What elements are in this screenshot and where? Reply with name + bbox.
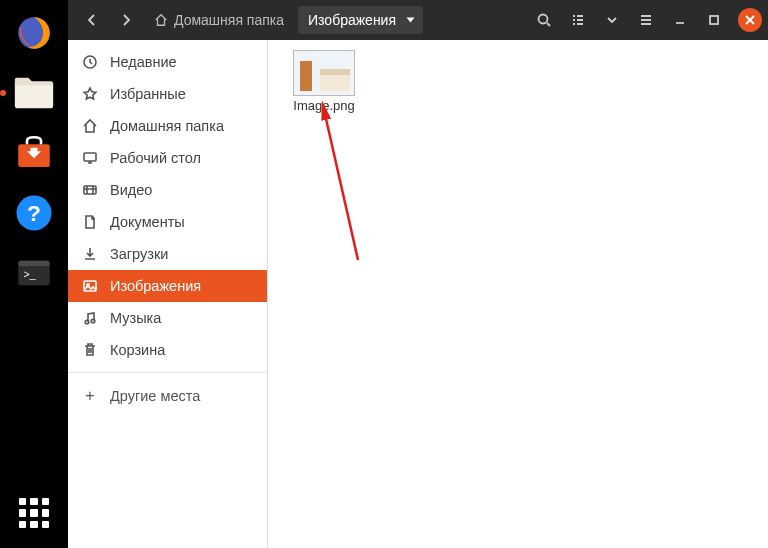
trash-icon (82, 342, 98, 358)
svg-rect-13 (84, 281, 96, 291)
sidebar-item-videos[interactable]: Видео (68, 174, 267, 206)
chevron-right-icon (118, 12, 134, 28)
dock-files[interactable] (9, 68, 59, 118)
svg-rect-9 (710, 16, 718, 24)
sidebar-item-label: Загрузки (110, 246, 168, 262)
sidebar-item-label: Корзина (110, 342, 165, 358)
content-area[interactable]: Image.png (268, 40, 768, 548)
home-icon (154, 13, 168, 27)
breadcrumb-current-label: Изображения (308, 12, 396, 28)
software-store-icon (13, 132, 55, 174)
svg-rect-12 (84, 186, 96, 194)
svg-text:>_: >_ (24, 268, 36, 280)
minimize-button[interactable] (666, 6, 694, 34)
sidebar-item-label: Документы (110, 214, 185, 230)
search-button[interactable] (530, 6, 558, 34)
nav-back-button[interactable] (78, 6, 106, 34)
svg-rect-6 (18, 261, 50, 266)
sidebar-item-starred[interactable]: Избранные (68, 78, 267, 110)
sidebar-item-other-locations[interactable]: + Другие места (68, 379, 267, 413)
dock: ? >_ (0, 0, 68, 548)
nav-forward-button[interactable] (112, 6, 140, 34)
breadcrumb-home-label: Домашняя папка (174, 12, 284, 28)
svg-point-16 (91, 319, 95, 323)
dock-help[interactable]: ? (9, 188, 59, 238)
help-icon: ? (13, 192, 55, 234)
pictures-icon (82, 278, 98, 294)
hamburger-menu-button[interactable] (632, 6, 660, 34)
minimize-icon (672, 12, 688, 28)
sidebar-separator (68, 372, 267, 373)
music-icon (82, 310, 98, 326)
search-icon (536, 12, 552, 28)
star-icon (82, 86, 98, 102)
chevron-left-icon (84, 12, 100, 28)
svg-point-8 (539, 15, 548, 24)
sidebar-item-label: Видео (110, 182, 152, 198)
svg-rect-11 (84, 153, 96, 161)
file-manager-window: Домашняя папка Изображения (68, 0, 768, 548)
downloads-icon (82, 246, 98, 262)
apps-grid-icon (19, 498, 49, 528)
sidebar-item-music[interactable]: Музыка (68, 302, 267, 334)
sidebar-item-label: Другие места (110, 388, 200, 404)
documents-icon (82, 214, 98, 230)
titlebar: Домашняя папка Изображения (68, 0, 768, 40)
view-list-button[interactable] (564, 6, 592, 34)
sidebar-item-downloads[interactable]: Загрузки (68, 238, 267, 270)
menu-icon (638, 12, 654, 28)
sidebar-item-label: Избранные (110, 86, 186, 102)
clock-icon (82, 54, 98, 70)
folder-icon (11, 70, 57, 116)
dock-firefox[interactable] (9, 8, 59, 58)
file-thumbnail (293, 50, 355, 96)
view-dropdown-button[interactable] (598, 6, 626, 34)
show-applications-button[interactable] (9, 488, 59, 538)
chevron-down-icon (407, 18, 415, 23)
breadcrumb-current[interactable]: Изображения (298, 6, 423, 34)
sidebar-item-desktop[interactable]: Рабочий стол (68, 142, 267, 174)
dock-software[interactable] (9, 128, 59, 178)
sidebar-item-label: Музыка (110, 310, 161, 326)
list-icon (570, 12, 586, 28)
sidebar: Недавние Избранные Домашняя папка Рабочи… (68, 40, 268, 548)
sidebar-item-label: Недавние (110, 54, 177, 70)
close-icon (745, 15, 755, 25)
sidebar-item-label: Рабочий стол (110, 150, 201, 166)
firefox-icon (13, 12, 55, 54)
annotation-arrow (318, 100, 378, 280)
sidebar-item-label: Домашняя папка (110, 118, 224, 134)
file-item[interactable]: Image.png (284, 50, 364, 113)
close-button[interactable] (738, 8, 762, 32)
video-icon (82, 182, 98, 198)
sidebar-item-trash[interactable]: Корзина (68, 334, 267, 366)
maximize-button[interactable] (700, 6, 728, 34)
terminal-icon: >_ (13, 252, 55, 294)
svg-point-15 (85, 320, 89, 324)
sidebar-item-label: Изображения (110, 278, 201, 294)
breadcrumb-home[interactable]: Домашняя папка (146, 6, 292, 34)
chevron-down-icon (604, 12, 620, 28)
plus-icon: + (82, 387, 98, 405)
sidebar-item-documents[interactable]: Документы (68, 206, 267, 238)
sidebar-item-home[interactable]: Домашняя папка (68, 110, 267, 142)
home-icon (82, 118, 98, 134)
svg-rect-1 (15, 82, 53, 109)
sidebar-item-pictures[interactable]: Изображения (68, 270, 267, 302)
file-name-label: Image.png (293, 98, 354, 113)
window-body: Недавние Избранные Домашняя папка Рабочи… (68, 40, 768, 548)
svg-line-17 (324, 110, 358, 260)
svg-text:?: ? (27, 200, 41, 226)
dock-terminal[interactable]: >_ (9, 248, 59, 298)
maximize-icon (706, 12, 722, 28)
desktop-icon (82, 150, 98, 166)
sidebar-item-recent[interactable]: Недавние (68, 46, 267, 78)
